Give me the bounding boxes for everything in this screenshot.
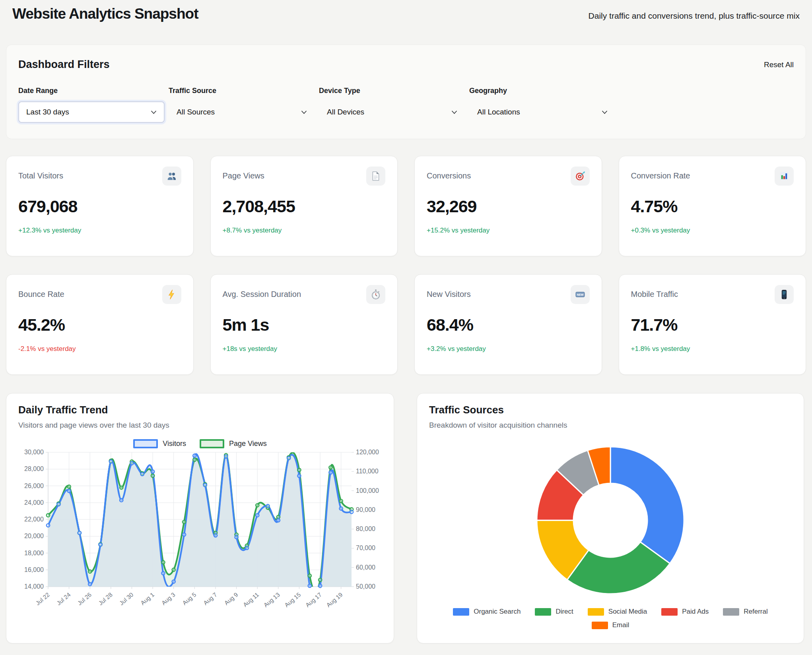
kpi-delta: +8.7% vs yesterday	[223, 227, 386, 234]
svg-text:Aug 3: Aug 3	[160, 591, 177, 606]
svg-text:Jul 28: Jul 28	[97, 591, 114, 607]
date-range-select[interactable]: Last 30 days	[18, 101, 165, 123]
line-chart-title: Daily Traffic Trend	[18, 404, 382, 416]
svg-text:Aug 15: Aug 15	[283, 591, 302, 608]
svg-text:Jul 24: Jul 24	[55, 591, 72, 607]
kpi-delta: +1.8% vs yesterday	[631, 345, 794, 353]
page-subtitle: Daily traffic and conversions trend, plu…	[589, 6, 800, 21]
filters-title: Dashboard Filters	[18, 58, 110, 71]
svg-text:24,000: 24,000	[24, 499, 44, 506]
donut-chart-title: Traffic Sources	[429, 404, 792, 416]
line-legend-item-visitors[interactable]: Visitors	[133, 439, 186, 448]
kpi-card-conversion-rate: Conversion Rate4.75%+0.3% vs yesterday	[619, 156, 806, 256]
kpi-card-head: Conversions	[427, 167, 590, 186]
mobile-phone-icon	[775, 285, 794, 304]
svg-text:120,000: 120,000	[356, 449, 379, 455]
donut-legend: Organic SearchDirectSocial MediaPaid Ads…	[429, 608, 792, 629]
legend-swatch	[723, 608, 739, 616]
svg-text:NEW: NEW	[577, 293, 583, 296]
svg-text:Aug 1: Aug 1	[139, 591, 155, 606]
svg-text:Aug 19: Aug 19	[325, 591, 344, 608]
kpi-value: 68.4%	[427, 315, 590, 335]
kpi-label: New Visitors	[427, 285, 471, 299]
legend-label: Referral	[744, 608, 767, 616]
kpi-card-head: Total Visitors	[18, 167, 181, 186]
chevron-down-icon	[602, 110, 608, 114]
kpi-label: Bounce Rate	[18, 285, 64, 299]
bar-chart-icon	[775, 167, 794, 186]
svg-text:100,000: 100,000	[356, 487, 379, 494]
kpi-delta: +12.3% vs yesterday	[18, 227, 181, 234]
kpi-label: Total Visitors	[18, 167, 63, 180]
svg-text:Jul 22: Jul 22	[34, 591, 51, 607]
geography-select[interactable]: All Locations	[469, 101, 616, 123]
kpi-value: 5m 1s	[223, 315, 386, 335]
legend-swatch	[453, 608, 469, 616]
select-value: All Sources	[177, 108, 215, 116]
device-type-select[interactable]: All Devices	[319, 101, 465, 123]
filter-label: Geography	[469, 87, 616, 95]
stopwatch-icon	[366, 285, 385, 304]
header: Website Analytics Snapshot Daily traffic…	[6, 6, 806, 22]
svg-text:16,000: 16,000	[24, 566, 44, 573]
lightning-icon	[162, 285, 181, 304]
svg-text:90,000: 90,000	[356, 506, 375, 513]
svg-text:70,000: 70,000	[356, 545, 375, 551]
new-badge-icon: NEW	[571, 285, 590, 304]
filter-field-traffic-source: Traffic SourceAll Sources	[169, 87, 315, 123]
kpi-card-total-visitors: Total Visitors679,068+12.3% vs yesterday	[6, 156, 194, 256]
kpi-value: 71.7%	[631, 315, 794, 335]
page-icon	[366, 167, 385, 186]
select-value: All Locations	[477, 108, 520, 116]
legend-label: Direct	[556, 608, 573, 616]
donut-chart-subtitle: Breakdown of visitor acquisition channel…	[429, 421, 792, 430]
kpi-delta: -2.1% vs yesterday	[18, 345, 181, 353]
kpi-delta: +0.3% vs yesterday	[631, 227, 794, 234]
filter-label: Date Range	[18, 87, 165, 95]
legend-label: Paid Ads	[682, 608, 709, 616]
legend-swatch	[661, 608, 678, 616]
line-chart-legend: VisitorsPage Views	[18, 439, 382, 448]
filter-head: Dashboard Filters Reset All	[18, 58, 794, 71]
donut-legend-item-organic-search[interactable]: Organic Search	[453, 608, 521, 616]
svg-text:Aug 5: Aug 5	[181, 591, 197, 606]
traffic-source-select[interactable]: All Sources	[169, 101, 315, 123]
donut-slice-organic-search[interactable]	[610, 447, 684, 564]
svg-text:22,000: 22,000	[24, 516, 44, 523]
kpi-value: 679,068	[18, 197, 181, 216]
svg-text:20,000: 20,000	[24, 533, 44, 539]
kpi-label: Conversion Rate	[631, 167, 690, 180]
donut-legend-item-email[interactable]: Email	[592, 621, 629, 629]
svg-text:50,000: 50,000	[356, 583, 375, 590]
kpi-card-bounce-rate: Bounce Rate45.2%-2.1% vs yesterday	[6, 274, 194, 375]
donut-legend-item-referral[interactable]: Referral	[723, 608, 767, 616]
kpi-card-mobile-traffic: Mobile Traffic71.7%+1.8% vs yesterday	[619, 274, 806, 375]
kpi-label: Conversions	[427, 167, 471, 180]
kpi-card-conversions: Conversions32,269+15.2% vs yesterday	[414, 156, 602, 256]
kpi-card-head: Mobile Traffic	[631, 285, 794, 304]
kpi-card-head: Page Views	[223, 167, 386, 186]
svg-text:Jul 30: Jul 30	[118, 591, 135, 607]
line-legend-item-page-views[interactable]: Page Views	[200, 439, 267, 448]
legend-swatch	[588, 608, 604, 616]
legend-label: Email	[612, 621, 629, 629]
reset-all-button[interactable]: Reset All	[764, 60, 794, 69]
svg-text:Jul 26: Jul 26	[76, 591, 93, 607]
svg-text:26,000: 26,000	[24, 483, 44, 489]
donut-legend-item-paid-ads[interactable]: Paid Ads	[661, 608, 709, 616]
select-value: Last 30 days	[26, 108, 69, 116]
select-value: All Devices	[327, 108, 364, 116]
kpi-value: 32,269	[427, 197, 590, 216]
kpi-card-head: New VisitorsNEW	[427, 285, 590, 304]
kpi-delta: +15.2% vs yesterday	[427, 227, 590, 234]
legend-label: Visitors	[163, 440, 186, 448]
kpi-grid: Total Visitors679,068+12.3% vs yesterday…	[6, 156, 806, 375]
daily-traffic-line-chart: 14,00016,00018,00020,00022,00024,00026,0…	[18, 448, 382, 631]
filter-field-geography: GeographyAll Locations	[469, 87, 616, 123]
donut-legend-row: Organic SearchDirectSocial MediaPaid Ads…	[429, 608, 792, 616]
svg-text:30,000: 30,000	[24, 449, 44, 455]
legend-label: Social Media	[608, 608, 647, 616]
donut-legend-item-direct[interactable]: Direct	[535, 608, 573, 616]
chevron-down-icon	[151, 110, 157, 114]
donut-legend-item-social-media[interactable]: Social Media	[588, 608, 647, 616]
